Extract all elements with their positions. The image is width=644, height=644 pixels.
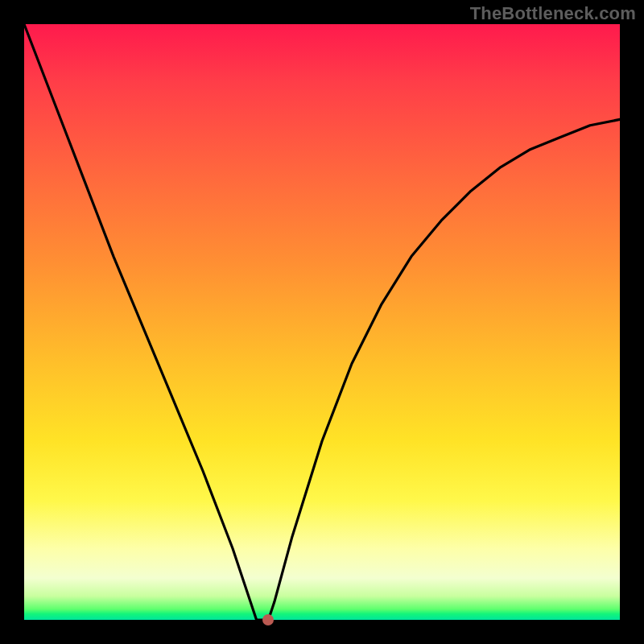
- bottleneck-curve: [24, 24, 620, 620]
- chart-frame: TheBottleneck.com: [0, 0, 644, 644]
- optimal-point-marker: [262, 614, 274, 625]
- watermark-text: TheBottleneck.com: [470, 3, 636, 24]
- curve-svg: [24, 24, 620, 620]
